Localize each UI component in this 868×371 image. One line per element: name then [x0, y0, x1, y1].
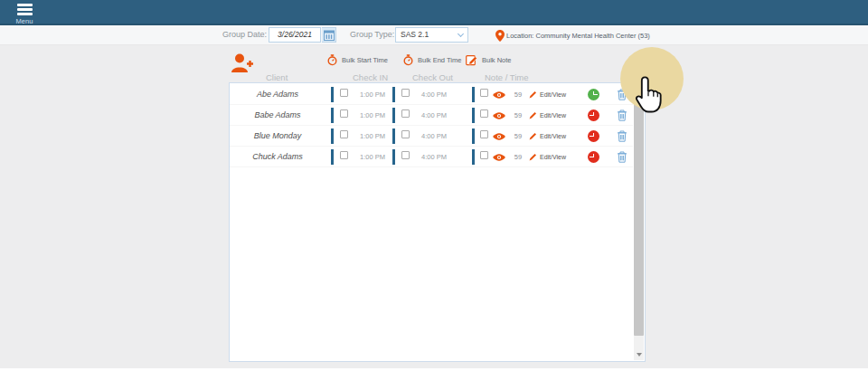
bulk-end-time-button[interactable]: Bulk End Time [402, 54, 461, 66]
check-out-time: 4:00 PM [414, 147, 454, 167]
client-table-panel: Abe Adams 1:00 PM 4:00 PM 59 Edit/View B… [229, 82, 646, 362]
note-count: 59 [511, 126, 525, 147]
edit-view-button[interactable]: Edit/View [529, 84, 566, 105]
check-out-checkbox[interactable] [401, 151, 410, 159]
pencil-icon [529, 153, 537, 161]
table-row: Chuck Adams 1:00 PM 4:00 PM 59 Edit/View [230, 147, 633, 167]
column-header-check-out: Check Out [412, 72, 453, 82]
group-type-select[interactable]: SAS 2.1 [395, 27, 468, 43]
edit-view-button[interactable]: Edit/View [529, 147, 566, 167]
bulk-note-label: Bulk Note [482, 56, 512, 64]
bulk-start-time-label: Bulk Start Time [342, 56, 388, 64]
pencil-icon [529, 111, 537, 119]
column-divider [472, 128, 475, 144]
scrollbar-down-arrow[interactable] [634, 349, 644, 360]
pencil-icon [529, 132, 537, 140]
eye-icon[interactable] [492, 111, 506, 120]
column-divider [392, 108, 395, 123]
toolbar: Group Date: 3/26/2021 Group Type: SAS 2.… [0, 25, 868, 45]
table-row: Babe Adams 1:00 PM 4:00 PM 59 Edit/View [230, 105, 633, 126]
app-header: Menu [0, 0, 868, 25]
client-name: Babe Adams [230, 105, 326, 126]
add-person-icon [230, 62, 255, 78]
check-in-time: 1:00 PM [353, 84, 392, 105]
group-type-value: SAS 2.1 [401, 30, 429, 39]
group-date-label: Group Date: [222, 30, 267, 39]
trash-icon[interactable] [617, 130, 627, 142]
check-out-checkbox[interactable] [401, 130, 410, 138]
column-divider [472, 149, 475, 165]
group-type-label: Group Type: [350, 30, 394, 39]
check-out-checkbox[interactable] [401, 89, 410, 97]
table-row: Blue Monday 1:00 PM 4:00 PM 59 Edit/View [230, 126, 633, 147]
column-divider [472, 108, 475, 123]
check-in-time: 1:00 PM [353, 126, 392, 147]
edit-view-label: Edit/View [540, 112, 566, 119]
client-name: Blue Monday [230, 126, 326, 147]
note-checkbox[interactable] [480, 151, 488, 159]
column-divider [392, 128, 395, 144]
column-header-client: Client [266, 72, 288, 82]
pencil-icon [529, 90, 537, 99]
check-in-time: 1:00 PM [353, 147, 392, 167]
check-in-checkbox[interactable] [340, 151, 348, 159]
stopwatch-icon [402, 54, 414, 66]
scrollbar-thumb[interactable] [634, 84, 644, 336]
menu-label: Menu [5, 17, 43, 25]
bulk-start-time-button[interactable]: Bulk Start Time [326, 54, 388, 66]
check-in-checkbox[interactable] [340, 109, 348, 118]
column-header-check-in: Check IN [353, 72, 388, 82]
stopwatch-icon [326, 54, 338, 66]
menu-button[interactable]: Menu [5, 2, 43, 25]
hamburger-icon [5, 4, 43, 15]
clock-status-icon[interactable] [588, 151, 599, 163]
map-pin-icon [495, 29, 505, 45]
clock-status-icon[interactable] [588, 89, 599, 100]
column-divider [472, 87, 475, 102]
edit-view-label: Edit/View [540, 91, 566, 98]
eye-icon[interactable] [492, 132, 506, 141]
trash-icon[interactable] [617, 109, 627, 121]
clock-status-icon[interactable] [588, 130, 599, 142]
chevron-down-icon [458, 31, 464, 37]
bulk-end-time-label: Bulk End Time [418, 56, 461, 64]
check-out-time: 4:00 PM [414, 84, 454, 105]
note-checkbox[interactable] [480, 130, 488, 138]
check-in-checkbox[interactable] [340, 89, 348, 97]
check-in-checkbox[interactable] [340, 130, 348, 138]
add-client-button[interactable] [230, 52, 255, 79]
note-edit-icon [466, 54, 478, 66]
calendar-icon [324, 30, 335, 41]
eye-icon[interactable] [492, 153, 506, 162]
column-divider [392, 87, 395, 102]
edit-view-button[interactable]: Edit/View [529, 105, 566, 126]
note-count: 59 [511, 84, 525, 105]
main-content: Bulk Start Time Bulk End Time Bulk Note … [0, 45, 868, 368]
eye-icon[interactable] [492, 90, 506, 100]
column-divider [331, 87, 334, 102]
table-row: Abe Adams 1:00 PM 4:00 PM 59 Edit/View [230, 84, 633, 105]
check-out-time: 4:00 PM [414, 126, 454, 147]
group-date-input[interactable]: 3/26/2021 [269, 27, 321, 43]
note-checkbox[interactable] [480, 109, 488, 118]
hand-pointer-cursor [633, 75, 664, 115]
column-divider [331, 128, 334, 144]
edit-view-label: Edit/View [540, 154, 566, 160]
trash-icon[interactable] [617, 151, 627, 163]
bulk-note-button[interactable]: Bulk Note [466, 54, 512, 66]
note-count: 59 [511, 105, 525, 126]
column-header-note-time: Note / Time [485, 72, 529, 82]
calendar-button[interactable] [322, 27, 336, 43]
check-in-time: 1:00 PM [353, 105, 392, 126]
column-divider [392, 149, 395, 165]
scrollbar[interactable] [634, 84, 644, 360]
check-out-time: 4:00 PM [414, 105, 454, 126]
client-rows: Abe Adams 1:00 PM 4:00 PM 59 Edit/View B… [230, 84, 633, 167]
note-count: 59 [511, 147, 525, 167]
down-triangle-icon [637, 353, 642, 357]
note-checkbox[interactable] [480, 89, 488, 97]
edit-view-button[interactable]: Edit/View [529, 126, 566, 147]
clock-status-icon[interactable] [588, 109, 599, 121]
check-out-checkbox[interactable] [401, 109, 410, 118]
edit-view-label: Edit/View [540, 133, 566, 139]
